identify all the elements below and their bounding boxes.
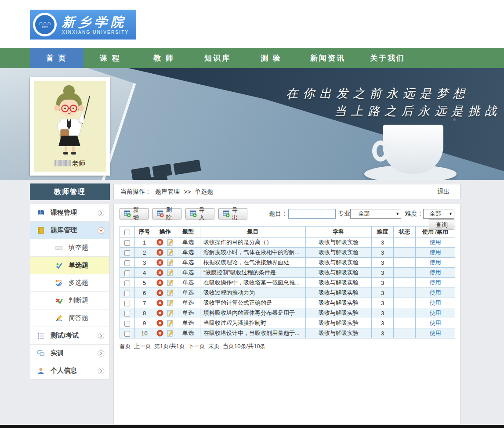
title-filter-input[interactable] bbox=[288, 209, 336, 219]
edit-row-icon[interactable] bbox=[167, 320, 174, 327]
sidebar-item-tests-exams[interactable]: 测试/考试 bbox=[30, 327, 109, 345]
row-status bbox=[394, 258, 416, 268]
edit-row-icon[interactable] bbox=[167, 249, 174, 256]
nav-item-about[interactable]: 关于我们 bbox=[358, 48, 417, 68]
nav-item-news[interactable]: 新闻资讯 bbox=[298, 48, 358, 68]
export-button[interactable]: 导出 bbox=[218, 208, 247, 219]
nav-item-home[interactable]: 首 页 bbox=[30, 48, 83, 68]
search-button[interactable]: 查询 bbox=[429, 219, 454, 230]
nav-item-courses[interactable]: 课 程 bbox=[83, 48, 137, 68]
sidebar-item-profile[interactable]: 个人信息 bbox=[30, 362, 109, 380]
sidebar-item-true-false[interactable]: 判断题 bbox=[30, 292, 109, 309]
table-row: 9 单选 当吸收过程为液膜控制时 吸收与解吸实验 3 使用 bbox=[120, 318, 455, 328]
table-row: 3 单选 根据双膜理论，在气液接触界面处 吸收与解吸实验 3 使用 bbox=[120, 258, 455, 268]
sidebar-item-label: 多选题 bbox=[69, 279, 88, 287]
edit-row-icon[interactable] bbox=[167, 239, 174, 246]
row-checkbox[interactable] bbox=[124, 250, 130, 256]
delete-row-icon[interactable] bbox=[156, 289, 163, 296]
row-subject: 吸收与解吸实验 bbox=[306, 298, 372, 308]
pagination-first[interactable]: 首页 bbox=[120, 342, 131, 350]
person-icon bbox=[37, 367, 45, 375]
add-button-icon bbox=[124, 210, 131, 217]
edit-row-icon[interactable] bbox=[167, 279, 174, 286]
delete-button[interactable]: 删除 bbox=[152, 208, 181, 219]
row-question-title: 填料吸收塔内的液体再分布器是用于 bbox=[200, 308, 306, 318]
row-difficulty: 3 bbox=[372, 288, 394, 298]
pagination-page-info: 第1页/共1页 bbox=[154, 342, 185, 350]
edit-row-icon[interactable] bbox=[167, 269, 174, 276]
row-checkbox[interactable] bbox=[124, 240, 130, 246]
row-checkbox[interactable] bbox=[124, 281, 130, 286]
use-link[interactable]: 使用 bbox=[430, 239, 441, 245]
row-subject: 吸收与解吸实验 bbox=[306, 278, 372, 288]
delete-row-icon[interactable] bbox=[156, 330, 163, 337]
edit-row-icon[interactable] bbox=[167, 259, 174, 266]
delete-row-icon[interactable] bbox=[156, 279, 163, 286]
use-link[interactable]: 使用 bbox=[430, 299, 441, 306]
delete-row-icon[interactable] bbox=[156, 309, 163, 317]
sidebar-item-label: 课程管理 bbox=[51, 209, 77, 217]
nav-item-knowledge[interactable]: 知识库 bbox=[191, 48, 244, 68]
delete-row-icon[interactable] bbox=[156, 299, 163, 306]
use-link[interactable]: 使用 bbox=[430, 259, 441, 266]
row-checkbox[interactable] bbox=[124, 301, 130, 306]
use-link[interactable]: 使用 bbox=[430, 330, 441, 336]
edit-row-icon[interactable] bbox=[167, 289, 174, 296]
sidebar-item-short-answer[interactable]: 简答题 bbox=[30, 309, 109, 327]
sidebar-item-label: 简答题 bbox=[69, 314, 88, 322]
nav-item-tests[interactable]: 测 验 bbox=[244, 48, 298, 68]
sidebar-item-fill-blank[interactable]: 填空题 bbox=[30, 239, 109, 257]
row-number: 1 bbox=[135, 237, 154, 248]
major-filter-label: 专业 bbox=[338, 210, 350, 218]
use-link[interactable]: 使用 bbox=[430, 279, 441, 286]
breadcrumb-separator: >> bbox=[184, 188, 191, 195]
delete-row-icon[interactable] bbox=[156, 249, 163, 256]
use-link[interactable]: 使用 bbox=[430, 289, 441, 296]
major-filter-select[interactable]: -- 全部 -- ▼ bbox=[350, 209, 401, 219]
nav-item-teachers[interactable]: 教 师 bbox=[137, 48, 191, 68]
sidebar-item-question-bank[interactable]: 题库管理 bbox=[30, 222, 109, 239]
sidebar-item-course-mgmt[interactable]: 课程管理 bbox=[30, 204, 109, 222]
select-all-checkbox[interactable] bbox=[124, 230, 130, 235]
delete-row-icon[interactable] bbox=[156, 259, 163, 266]
row-question-type: 单选 bbox=[176, 268, 200, 278]
import-button[interactable]: 导入 bbox=[185, 208, 214, 219]
row-checkbox[interactable] bbox=[124, 321, 130, 327]
use-link[interactable]: 使用 bbox=[430, 320, 441, 326]
chevron-down-icon bbox=[98, 227, 105, 234]
delete-row-icon[interactable] bbox=[156, 239, 163, 246]
row-difficulty: 3 bbox=[372, 268, 394, 278]
row-checkbox[interactable] bbox=[124, 291, 130, 296]
breadcrumb-section: 题库管理 bbox=[155, 188, 180, 196]
row-number: 5 bbox=[135, 278, 154, 288]
delete-row-icon[interactable] bbox=[156, 269, 163, 276]
difficulty-filter-select[interactable]: --全部-- ▼ bbox=[423, 209, 454, 219]
sidebar-item-practice[interactable]: 实训 bbox=[30, 345, 109, 362]
sidebar-item-label: 单选题 bbox=[69, 261, 88, 270]
col-header-subject: 学科 bbox=[306, 227, 372, 237]
edit-row-icon[interactable] bbox=[167, 330, 174, 337]
pagination-last[interactable]: 末页 bbox=[208, 342, 220, 350]
row-checkbox[interactable] bbox=[124, 270, 130, 276]
table-row: 1 单选 吸收操作的目的是分离（） 吸收与解吸实验 3 使用 bbox=[120, 237, 455, 248]
pagination-prev[interactable]: 上一页 bbox=[134, 342, 151, 350]
edit-row-icon[interactable] bbox=[167, 309, 174, 317]
use-link[interactable]: 使用 bbox=[430, 249, 441, 255]
sidebar-item-label: 个人信息 bbox=[51, 367, 77, 375]
sidebar-item-single-choice[interactable]: A 单选题 bbox=[30, 257, 109, 274]
use-link[interactable]: 使用 bbox=[430, 269, 441, 276]
use-link[interactable]: 使用 bbox=[430, 309, 441, 316]
logout-button[interactable]: 退出 bbox=[437, 188, 450, 196]
row-number: 9 bbox=[135, 318, 154, 328]
sidebar-item-multi-choice[interactable]: ABC 多选题 bbox=[30, 274, 109, 292]
delete-row-icon[interactable] bbox=[156, 320, 163, 327]
add-button[interactable]: 新增 bbox=[120, 208, 149, 219]
row-subject: 吸收与解吸实验 bbox=[306, 258, 372, 268]
row-status bbox=[394, 328, 416, 338]
row-checkbox[interactable] bbox=[124, 331, 130, 337]
edit-row-icon[interactable] bbox=[167, 299, 174, 306]
col-header-no: 序号 bbox=[135, 227, 154, 237]
row-checkbox[interactable] bbox=[124, 311, 130, 317]
pagination-next[interactable]: 下一页 bbox=[188, 342, 205, 350]
row-checkbox[interactable] bbox=[124, 260, 130, 266]
